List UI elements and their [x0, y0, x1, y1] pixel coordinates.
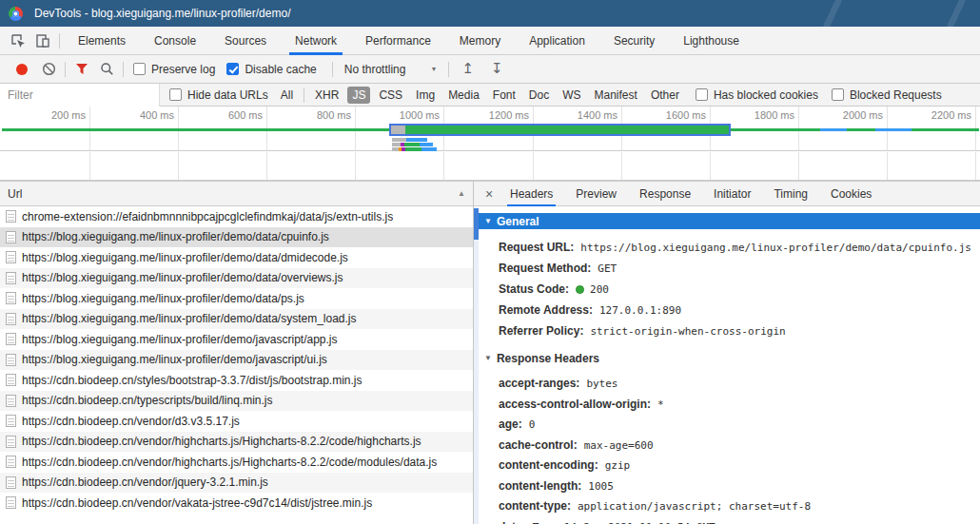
request-row[interactable]: https://blog.xieguigang.me/linux-profile… [0, 288, 473, 309]
triangle-down-icon: ▼ [484, 217, 492, 225]
header-field: Request URL:https://blog.xieguigang.me/l… [479, 237, 980, 258]
script-file-icon [6, 456, 16, 468]
request-row[interactable]: https://cdn.biodeep.cn/vendor/highcharts… [0, 452, 473, 473]
scrollbar-track[interactable] [474, 240, 479, 524]
filter-type-xhr[interactable]: XHR [310, 87, 343, 104]
field-name: content-encoding: [499, 458, 598, 472]
filter-type-css[interactable]: CSS [374, 87, 407, 104]
request-row[interactable]: https://cdn.biodeep.cn/styles/bootstrap-… [0, 370, 473, 391]
scrollbar-thumb[interactable] [474, 208, 479, 240]
throttling-dropdown[interactable]: No throttling ▼ [344, 63, 438, 76]
tab-sources[interactable]: Sources [215, 27, 276, 55]
waterfall-line-segment [847, 128, 875, 131]
waterfall-line-segment [820, 128, 847, 131]
detail-tab-bar: × Headers Preview Response Initiator Tim… [474, 182, 980, 206]
request-row[interactable]: https://cdn.biodeep.cn/vendor/vakata-jst… [0, 493, 473, 514]
tab-initiator[interactable]: Initiator [705, 182, 759, 206]
filter-type-doc[interactable]: Doc [524, 87, 554, 104]
tick-label: 1400 ms [555, 109, 617, 121]
titlebar-decoration [804, 0, 861, 27]
field-name: Status Code: [499, 282, 569, 296]
tab-memory[interactable]: Memory [450, 27, 510, 55]
tab-console[interactable]: Console [145, 27, 206, 55]
request-row[interactable]: https://blog.xieguigang.me/linux-profile… [0, 268, 473, 289]
tab-application[interactable]: Application [519, 27, 595, 55]
request-row[interactable]: https://blog.xieguigang.me/linux-profile… [0, 247, 473, 268]
has-blocked-cookies-label: Has blocked cookies [714, 88, 818, 102]
header-field: content-length:1005 [479, 476, 980, 497]
tab-network[interactable]: Network [285, 27, 346, 55]
main-tab-bar: Elements Console Sources Network Perform… [0, 27, 980, 55]
device-toolbar-icon[interactable] [30, 29, 55, 53]
script-file-icon [6, 354, 16, 366]
tab-lighthouse[interactable]: Lighthouse [674, 27, 749, 55]
response-headers-section-header[interactable]: ▼ Response Headers [479, 350, 980, 366]
request-row[interactable]: https://cdn.biodeep.cn/vendor/highcharts… [0, 432, 473, 453]
waterfall-line-segment [2, 128, 389, 131]
blocked-requests-checkbox[interactable] [832, 88, 844, 101]
field-name: Request Method: [499, 262, 591, 275]
filter-funnel-icon[interactable] [69, 57, 94, 82]
request-url: https://cdn.biodeep.cn/styles/bootstrap-… [22, 374, 363, 387]
tick-label: 2200 ms [909, 109, 971, 121]
field-name: Referrer Policy: [499, 324, 583, 338]
clear-network-log-icon[interactable] [36, 57, 61, 82]
overview-upper-band: 200 ms 400 ms 600 ms 800 ms 1000 ms 1200… [0, 107, 980, 151]
url-column-label: Url [8, 187, 22, 201]
close-details-icon[interactable]: × [480, 186, 499, 202]
headers-panel: ▼ General Request URL:https://blog.xiegu… [474, 206, 980, 524]
tab-cookies[interactable]: Cookies [822, 182, 880, 206]
header-field: cache-control:max-age=600 [479, 436, 980, 456]
field-value: Tue, 14 Sep 2021 11:10:54 GMT [533, 521, 715, 524]
record-network-log-button[interactable] [16, 64, 28, 75]
url-column-header[interactable]: Url ▲ [0, 182, 473, 206]
import-har-icon[interactable]: ↥ [461, 62, 474, 76]
waterfall-bar [392, 138, 427, 142]
request-row[interactable]: https://blog.xieguigang.me/linux-profile… [0, 350, 473, 371]
tick-label: 800 ms [288, 109, 351, 121]
hide-data-urls-checkbox[interactable] [169, 88, 182, 101]
tab-preview[interactable]: Preview [567, 182, 625, 206]
waterfall-bar [392, 143, 433, 146]
filter-type-font[interactable]: Font [488, 87, 520, 104]
export-har-icon[interactable]: ↧ [491, 62, 503, 76]
filter-type-ws[interactable]: WS [558, 87, 585, 104]
tab-timing[interactable]: Timing [765, 182, 816, 206]
vertical-scrollbar[interactable] [474, 206, 479, 524]
script-file-icon [6, 313, 16, 325]
request-row[interactable]: https://cdn.biodeep.cn/vendor/jquery-3.2… [0, 473, 473, 494]
tab-performance[interactable]: Performance [356, 27, 441, 55]
filter-type-other[interactable]: Other [646, 87, 684, 104]
filter-input[interactable] [0, 84, 160, 107]
has-blocked-cookies-checkbox[interactable] [696, 88, 708, 101]
preserve-log-checkbox[interactable] [133, 63, 146, 75]
script-file-icon [6, 496, 16, 509]
tab-security[interactable]: Security [604, 27, 664, 55]
tick-label: 200 ms [23, 109, 86, 121]
filter-type-manifest[interactable]: Manifest [590, 87, 642, 104]
request-row[interactable]: https://blog.xieguigang.me/linux-profile… [0, 309, 473, 330]
window-title: DevTools - blog.xieguigang.me/linux-prof… [34, 7, 290, 20]
request-row[interactable]: https://cdn.biodeep.cn/vendor/d3.v3.5.17… [0, 411, 473, 432]
disable-cache-checkbox[interactable] [226, 63, 239, 75]
requests-pane: Url ▲ chrome-extension://efaidnbmnnnibpc… [0, 181, 473, 524]
request-row[interactable]: https://blog.xieguigang.me/linux-profile… [0, 329, 473, 350]
tab-headers[interactable]: Headers [501, 182, 561, 206]
tab-response[interactable]: Response [631, 182, 699, 206]
request-row[interactable]: chrome-extension://efaidnbmnnnibpcajpcgl… [0, 206, 473, 227]
field-value: 200 [590, 283, 609, 296]
filter-type-js[interactable]: JS [347, 87, 370, 104]
inspect-element-icon[interactable] [6, 29, 30, 53]
filter-type-media[interactable]: Media [443, 87, 484, 104]
search-icon[interactable] [94, 57, 119, 82]
tab-elements[interactable]: Elements [69, 27, 135, 55]
filter-type-all[interactable]: All [276, 87, 298, 104]
request-row-selected[interactable]: https://blog.xieguigang.me/linux-profile… [0, 227, 473, 248]
script-file-icon [6, 292, 16, 304]
general-section-header[interactable]: ▼ General [479, 213, 980, 229]
request-url: https://cdn.biodeep.cn/typescripts/build… [22, 394, 272, 407]
request-row[interactable]: https://cdn.biodeep.cn/typescripts/build… [0, 391, 473, 412]
filter-type-img[interactable]: Img [411, 87, 440, 104]
tick-label: 400 ms [111, 109, 174, 121]
network-overview[interactable]: 200 ms 400 ms 600 ms 800 ms 1000 ms 1200… [0, 107, 980, 181]
